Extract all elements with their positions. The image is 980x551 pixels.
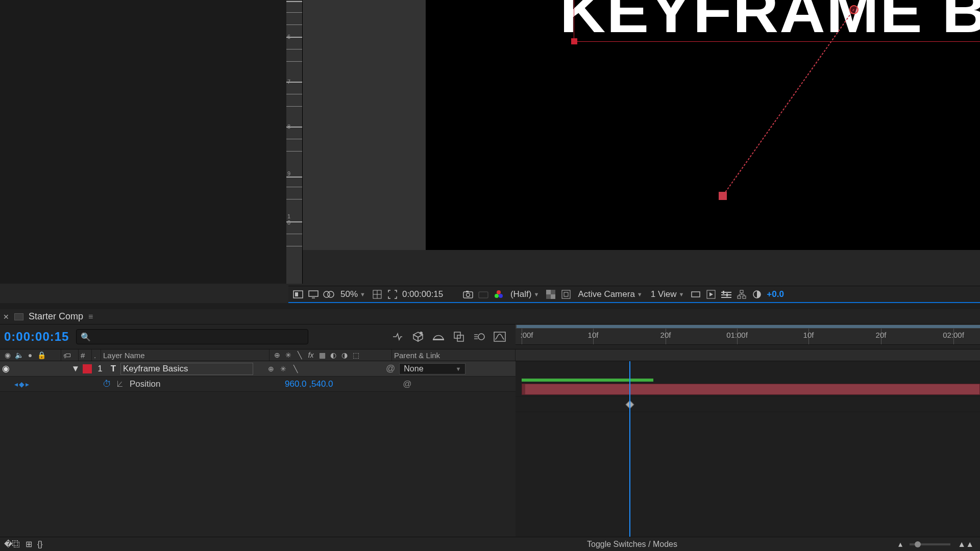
composition-canvas[interactable]: KEYFRAME BA <box>426 0 980 250</box>
frameblend-toggle[interactable] <box>314 364 326 374</box>
timeline-tracks[interactable] <box>516 361 980 551</box>
3d-toggle[interactable] <box>351 364 362 374</box>
toggle-render-queue-icon[interactable]: �⿻ <box>4 539 20 549</box>
parent-dropdown[interactable]: None ▼ <box>399 363 465 374</box>
show-snapshot-icon[interactable] <box>478 289 489 300</box>
draft-3d-icon[interactable] <box>411 330 425 343</box>
snapshot-icon[interactable] <box>462 289 474 300</box>
monitor-icon[interactable] <box>308 289 319 300</box>
zoom-in-icon[interactable]: ▲▲ <box>958 540 974 549</box>
index-header[interactable]: # <box>79 349 92 361</box>
switches-header[interactable]: ⊕ ✳ ╲ fx ▦ ◐ ◑ ⬚ <box>270 349 392 361</box>
layer-bar-row[interactable] <box>516 382 980 397</box>
fx-switch-icon: fx <box>305 351 316 359</box>
ruler-label: 10f <box>588 331 599 339</box>
toggle-layer-controls-icon[interactable]: ⊞ <box>26 539 32 549</box>
transparency-grid-icon[interactable] <box>545 289 556 300</box>
label-header[interactable]: 🏷 <box>61 349 79 361</box>
region-of-interest-icon[interactable] <box>387 289 398 300</box>
layer-name-header[interactable]: Layer Name <box>101 349 270 361</box>
anchor-point-icon[interactable] <box>849 5 859 14</box>
prev-key-icon[interactable]: ◂ <box>14 380 18 388</box>
audio-header-icon[interactable]: 🔈 <box>13 351 24 359</box>
layer-duration-bar[interactable] <box>522 384 980 395</box>
keyframe-navigator[interactable]: ◂ ◆ ▸ <box>0 380 40 388</box>
zoom-out-icon[interactable]: ▴ <box>898 539 902 549</box>
layer-name-input[interactable] <box>120 363 253 375</box>
current-time-display[interactable]: 0:00:00:15 <box>4 330 69 344</box>
toggle-switches-modes-button[interactable]: Toggle Switches / Modes <box>516 540 677 549</box>
zoom-knob[interactable] <box>915 541 921 547</box>
expression-pickwhip-icon[interactable]: @ <box>397 379 418 389</box>
layer-color-label[interactable] <box>83 364 92 373</box>
video-visible-icon[interactable]: ◉ <box>2 363 12 374</box>
hide-shy-icon[interactable] <box>432 330 445 343</box>
frame-blend-icon[interactable] <box>452 330 465 343</box>
panel-menu-icon[interactable]: ≡ <box>88 312 93 321</box>
quality-toggle[interactable]: ╲ <box>290 364 301 374</box>
resolution-dropdown[interactable]: (Half) ▼ <box>508 289 541 299</box>
shy-toggle[interactable]: ⊕ <box>265 364 277 374</box>
add-key-icon[interactable]: ◆ <box>19 380 24 388</box>
layer-switches: ⊕ ✳ ╲ <box>263 364 386 374</box>
magnification-value: 50% <box>340 289 358 299</box>
grid-guides-icon[interactable] <box>372 289 383 300</box>
vertical-ruler: 6 7 8 9 10 <box>286 0 303 284</box>
time-ruler[interactable]: :00f 10f 20f 01:00f 10f 20f 02:00f <box>516 324 980 345</box>
video-eye-header-icon[interactable]: ◉ <box>2 351 13 359</box>
pickwhip-icon[interactable]: @ <box>386 363 395 374</box>
collapse-toggle[interactable]: ✳ <box>278 364 289 374</box>
solo-header-icon[interactable]: ● <box>24 351 36 359</box>
timeline-panel: ✕ Starter Comp ≡ 0:00:00:15 🔍 <box>0 309 980 551</box>
reset-exposure-icon[interactable] <box>751 289 763 300</box>
toggle-brackets-icon[interactable]: {} <box>37 540 43 549</box>
property-track-row[interactable] <box>516 397 980 412</box>
pixel-aspect-icon[interactable] <box>690 289 701 300</box>
view-layout-dropdown[interactable]: 1 View ▼ <box>649 289 687 299</box>
layer-selection-bounds[interactable] <box>574 0 980 42</box>
fx-toggle[interactable] <box>302 364 313 374</box>
fast-previews-icon[interactable] <box>705 289 717 300</box>
always-preview-icon[interactable] <box>292 289 304 300</box>
layer-row[interactable]: ◉ ▼ 1 T ⊕ ✳ ╲ <box>0 361 516 377</box>
chevron-down-icon: ▼ <box>533 291 539 297</box>
motionblur-toggle[interactable] <box>327 364 338 374</box>
timeline-header-buttons <box>391 330 511 343</box>
current-time-indicator[interactable] <box>629 361 630 551</box>
exposure-value[interactable]: +0.0 <box>767 289 784 299</box>
timeline-icon[interactable] <box>721 289 732 300</box>
layer-outline: ◉ ▼ 1 T ⊕ ✳ ╲ <box>0 361 516 551</box>
comp-mini-flowchart-icon[interactable] <box>391 330 404 343</box>
transform-handle[interactable] <box>571 38 577 44</box>
close-panel-icon[interactable]: ✕ <box>3 313 9 321</box>
motion-path-keyframe[interactable] <box>719 192 727 200</box>
parent-header[interactable]: Parent & Link <box>392 349 516 361</box>
timeline-tab-label[interactable]: Starter Comp <box>29 311 83 322</box>
3d-view-icon[interactable] <box>560 289 572 300</box>
comp-color-chip[interactable] <box>14 313 23 320</box>
flowchart-icon[interactable] <box>736 289 747 300</box>
magnification-dropdown[interactable]: 50% ▼ <box>338 289 368 299</box>
graph-editor-icon[interactable] <box>493 330 506 343</box>
color-management-icon[interactable] <box>493 289 504 300</box>
adjustment-toggle[interactable] <box>339 364 350 374</box>
ruler-label: 20f <box>876 331 887 339</box>
av-features-header[interactable]: ◉ 🔈 ● 🔒 <box>0 349 61 361</box>
stopwatch-icon[interactable]: ⏱ <box>100 379 113 389</box>
next-key-icon[interactable]: ▸ <box>26 380 29 388</box>
property-value[interactable]: 960.0 ,540.0 <box>285 379 397 389</box>
text-layer-type-icon: T <box>106 364 120 374</box>
layer-name-cell[interactable] <box>120 363 263 375</box>
mask-toggle-icon[interactable] <box>323 289 334 300</box>
value-graph-icon[interactable]: ⟀ <box>113 379 127 389</box>
viewer-current-time[interactable]: 0:00:00:15 <box>402 289 458 299</box>
timeline-zoom-slider[interactable] <box>910 543 950 545</box>
work-area-bar[interactable] <box>516 324 980 329</box>
motion-blur-icon[interactable] <box>473 330 486 343</box>
layer-in-point[interactable] <box>522 384 525 394</box>
layer-search-input[interactable]: 🔍 <box>76 329 308 344</box>
property-row-position[interactable]: ◂ ◆ ▸ ⏱ ⟀ Position 960.0 ,540.0 @ <box>0 377 516 392</box>
twirl-down-icon[interactable]: ▼ <box>70 364 81 374</box>
camera-dropdown[interactable]: Active Camera ▼ <box>576 289 644 299</box>
lock-header-icon[interactable]: 🔒 <box>36 351 47 359</box>
